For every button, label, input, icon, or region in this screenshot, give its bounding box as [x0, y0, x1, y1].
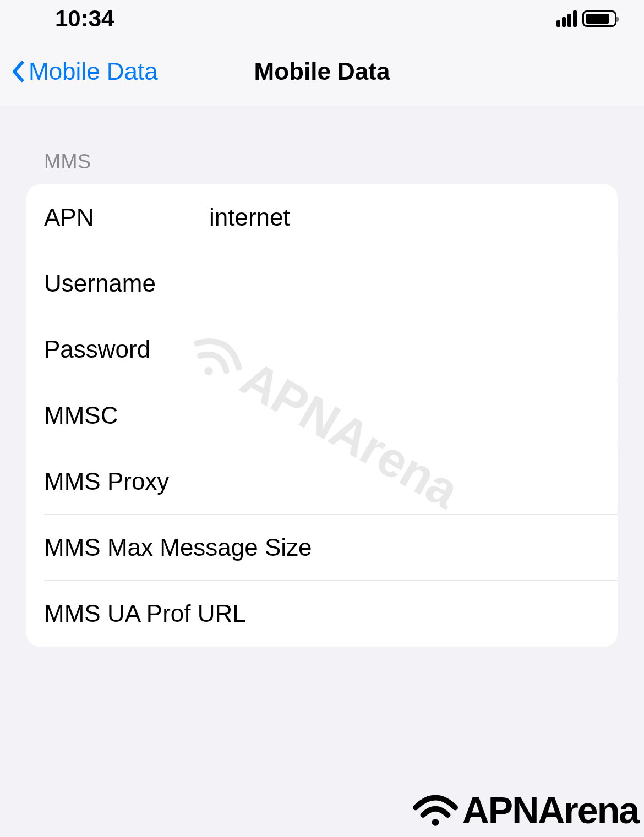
battery-icon: [582, 10, 616, 27]
back-label: Mobile Data: [29, 58, 158, 85]
back-button[interactable]: Mobile Data: [11, 58, 158, 85]
wifi-icon: [411, 790, 460, 830]
input-username[interactable]: [209, 270, 600, 297]
footer-logo-text: APNArena: [462, 789, 638, 831]
page-title: Mobile Data: [254, 58, 390, 85]
row-mms-max-size[interactable]: MMS Max Message Size: [26, 515, 618, 581]
row-label-mms-proxy: MMS Proxy: [44, 468, 209, 495]
status-time: 10:34: [55, 6, 114, 32]
row-password[interactable]: Password: [26, 316, 618, 382]
navigation-bar: Mobile Data Mobile Data: [0, 37, 644, 106]
settings-group-mms: APN Username Password MMSC MMS P: [26, 184, 618, 647]
row-label-mmsc: MMSC: [44, 402, 209, 429]
content-area: MMS APN Username Password MMSC: [0, 106, 644, 647]
row-mmsc[interactable]: MMSC: [26, 382, 618, 448]
status-icons: [556, 10, 616, 27]
row-username[interactable]: Username: [26, 250, 618, 316]
input-mms-proxy[interactable]: [209, 468, 600, 495]
row-label-apn: APN: [44, 204, 209, 231]
input-password[interactable]: [209, 336, 600, 363]
row-label-password: Password: [44, 336, 209, 363]
input-apn[interactable]: [209, 204, 600, 231]
cellular-signal-icon: [556, 10, 577, 27]
row-mms-ua-prof-url[interactable]: MMS UA Prof URL: [26, 581, 618, 647]
svg-point-1: [432, 819, 439, 826]
status-bar: 10:34: [0, 0, 644, 37]
row-label-mms-max-size: MMS Max Message Size: [44, 534, 600, 561]
row-apn[interactable]: APN: [26, 184, 618, 250]
section-header-mms: MMS: [26, 150, 618, 173]
footer-logo: APNArena: [411, 789, 638, 831]
row-mms-proxy[interactable]: MMS Proxy: [26, 448, 618, 515]
row-label-mms-ua-prof-url: MMS UA Prof URL: [44, 600, 600, 627]
chevron-left-icon: [11, 61, 24, 83]
input-mmsc[interactable]: [209, 402, 600, 429]
row-label-username: Username: [44, 270, 209, 297]
